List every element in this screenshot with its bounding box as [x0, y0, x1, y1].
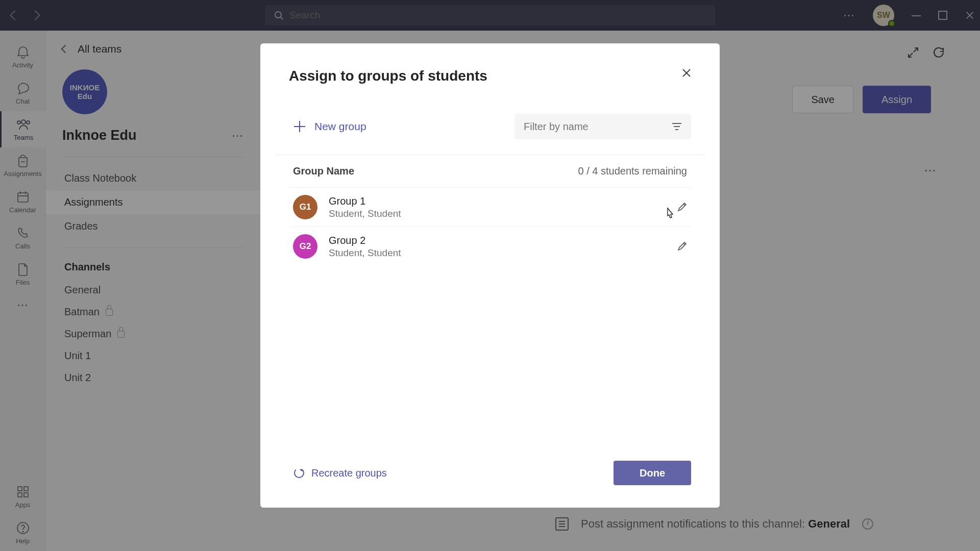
students-remaining: 0 / 4 students remaining — [578, 165, 687, 177]
close-button[interactable] — [681, 68, 691, 78]
group-members: Student, Student — [329, 247, 401, 259]
filter-input[interactable] — [524, 121, 666, 133]
group-name: Group 1 — [329, 195, 401, 207]
group-row[interactable]: G2 Group 2 Student, Student — [289, 227, 691, 266]
filter-box[interactable] — [514, 114, 691, 139]
modal-title: Assign to groups of students — [289, 68, 487, 84]
refresh-icon — [294, 468, 304, 478]
new-group-label: New group — [314, 120, 366, 133]
group-avatar: G1 — [293, 195, 317, 219]
edit-group-button[interactable] — [677, 202, 687, 212]
group-members: Student, Student — [329, 208, 401, 219]
recreate-groups-button[interactable]: Recreate groups — [289, 467, 387, 479]
pencil-icon — [677, 202, 687, 212]
done-button[interactable]: Done — [614, 461, 691, 485]
column-header-group: Group Name — [293, 165, 354, 177]
pencil-icon — [677, 241, 687, 252]
new-group-button[interactable]: New group — [289, 120, 366, 133]
group-avatar: G2 — [293, 234, 317, 259]
assign-groups-modal: Assign to groups of students New group G… — [260, 43, 720, 508]
recreate-label: Recreate groups — [311, 467, 387, 479]
group-name: Group 2 — [329, 235, 401, 246]
edit-group-button[interactable] — [677, 241, 687, 252]
group-row[interactable]: G1 Group 1 Student, Student — [289, 187, 691, 227]
plus-icon — [294, 121, 305, 132]
filter-icon[interactable] — [672, 123, 682, 130]
